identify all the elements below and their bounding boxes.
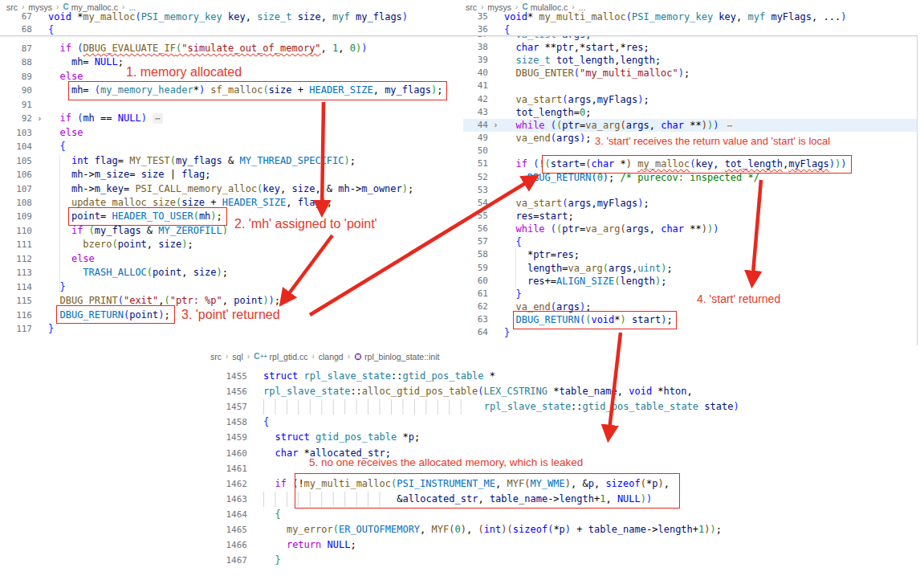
code-line-40[interactable]: 40 DBUG_ENTER("my_multi_malloc"); bbox=[463, 67, 918, 80]
line-number[interactable]: 113 bbox=[0, 266, 32, 280]
line-number[interactable]: 111 bbox=[0, 238, 32, 251]
line-number[interactable]: 55 bbox=[463, 210, 488, 223]
line-number[interactable]: 63 bbox=[463, 313, 488, 326]
line-number[interactable]: 42 bbox=[463, 93, 488, 106]
code-line-41[interactable]: 41 bbox=[463, 80, 918, 92]
line-number[interactable]: 58 bbox=[463, 248, 488, 261]
line-number[interactable]: 1465 bbox=[209, 522, 247, 537]
line-number[interactable]: 56 bbox=[463, 223, 488, 235]
line-number[interactable]: 112 bbox=[0, 252, 32, 266]
code-line-1459[interactable]: 1459 struct gtid_pos_table *p; bbox=[209, 430, 924, 445]
line-number[interactable]: 1466 bbox=[209, 537, 247, 553]
line-number[interactable]: 108 bbox=[0, 196, 32, 210]
breadcrumb-item[interactable]: C++rpl_gtid.cc bbox=[254, 352, 307, 362]
breadcrumb-item[interactable]: src bbox=[210, 352, 222, 362]
code-line-43[interactable]: 43 tot_length=0; bbox=[463, 106, 918, 119]
line-number[interactable]: 106 bbox=[0, 168, 32, 182]
code-line-1465[interactable]: 1465 my_error(ER_OUTOFMEMORY, MYF(0), (i… bbox=[209, 522, 924, 537]
line-number[interactable]: 107 bbox=[0, 182, 32, 196]
code-line-110[interactable]: 110 if (my_flags & MY_ZEROFILL) bbox=[0, 224, 463, 238]
code-line-117[interactable]: 117} bbox=[0, 322, 463, 336]
breadcrumb-item[interactable]: rpl_binlog_state::init bbox=[354, 352, 439, 362]
line-number[interactable]: 1456 bbox=[209, 384, 247, 399]
line-number[interactable]: 109 bbox=[0, 210, 32, 223]
line-number[interactable]: 105 bbox=[0, 154, 32, 168]
line-number[interactable]: 1463 bbox=[209, 492, 247, 507]
code-line-1456[interactable]: 1456rpl_slave_state::alloc_gtid_pos_tabl… bbox=[209, 384, 924, 399]
line-number[interactable]: 92 bbox=[0, 112, 32, 125]
line-number[interactable]: 103 bbox=[0, 126, 32, 140]
breadcrumb-item[interactable]: sql bbox=[232, 352, 242, 362]
code-line-61[interactable]: 61 } bbox=[463, 288, 918, 300]
line-number[interactable]: 1462 bbox=[209, 476, 247, 492]
code-line-1455[interactable]: 1455struct rpl_slave_state::gtid_pos_tab… bbox=[209, 369, 924, 384]
line-number[interactable]: 1455 bbox=[209, 369, 247, 384]
code-line-44[interactable]: 44› while ((ptr=va_arg(args, char **))) … bbox=[463, 119, 918, 132]
line-number[interactable]: 38 bbox=[463, 41, 488, 54]
code-line-104[interactable]: 104 { bbox=[0, 140, 463, 153]
code-line-36[interactable]: 36{ bbox=[463, 23, 918, 36]
code-line-107[interactable]: 107 mh->m_key= PSI_CALL_memory_alloc(key… bbox=[0, 182, 463, 196]
line-number[interactable]: 87 bbox=[0, 42, 32, 55]
line-number[interactable]: 40 bbox=[463, 67, 488, 80]
line-number[interactable]: 36 bbox=[463, 23, 488, 36]
code-line-35[interactable]: 35void* my_multi_malloc(PSI_memory_key k… bbox=[463, 10, 918, 23]
line-number[interactable]: 64 bbox=[463, 326, 488, 339]
line-number[interactable]: 1461 bbox=[209, 461, 247, 476]
line-number[interactable]: 110 bbox=[0, 224, 32, 238]
code-line-56[interactable]: 56 while ((ptr=va_arg(args, char **))) bbox=[463, 223, 918, 235]
line-number[interactable]: 89 bbox=[0, 70, 32, 84]
line-number[interactable]: 1467 bbox=[209, 553, 247, 568]
code-line-111[interactable]: 111 bzero(point, size); bbox=[0, 238, 463, 251]
code-line-53[interactable]: 53 bbox=[463, 184, 918, 197]
fold-chevron-icon[interactable]: › bbox=[37, 112, 43, 125]
code-line-1457[interactable]: 1457rpl_slave_state::gtid_pos_table_stat… bbox=[209, 399, 924, 415]
code-line-57[interactable]: 57 { bbox=[463, 235, 918, 248]
code-line-68[interactable]: 68{ bbox=[0, 23, 463, 36]
line-number[interactable]: 67 bbox=[0, 10, 32, 23]
line-number[interactable]: 35 bbox=[463, 10, 488, 23]
line-number[interactable]: 49 bbox=[463, 132, 488, 145]
code-line-1464[interactable]: 1464 { bbox=[209, 507, 924, 522]
line-number[interactable]: 1464 bbox=[209, 507, 247, 522]
code-line-106[interactable]: 106 mh->m_size= size | flag; bbox=[0, 168, 463, 182]
line-number[interactable]: 104 bbox=[0, 140, 32, 153]
code-line-114[interactable]: 114 } bbox=[0, 280, 463, 294]
code-line-105[interactable]: 105 int flag= MY_TEST(my_flags & MY_THRE… bbox=[0, 154, 463, 168]
line-number[interactable]: 116 bbox=[0, 308, 32, 322]
code-line-103[interactable]: 103 else bbox=[0, 126, 463, 140]
line-number[interactable]: 52 bbox=[463, 171, 488, 184]
code-line-55[interactable]: 55 res=start; bbox=[463, 210, 918, 223]
line-number[interactable]: 60 bbox=[463, 275, 488, 288]
line-number[interactable]: 114 bbox=[0, 280, 32, 294]
line-number[interactable]: 53 bbox=[463, 184, 488, 197]
code-line-67[interactable]: 67void *my_malloc(PSI_memory_key key, si… bbox=[0, 10, 463, 23]
code-line-38[interactable]: 38 char **ptr,*start,*res; bbox=[463, 41, 918, 54]
line-number[interactable]: 68 bbox=[0, 23, 32, 36]
line-number[interactable]: 59 bbox=[463, 262, 488, 275]
code-line-60[interactable]: 60 res+=ALIGN_SIZE(length); bbox=[463, 275, 918, 288]
line-number[interactable]: 50 bbox=[463, 145, 488, 157]
line-number[interactable]: 54 bbox=[463, 197, 488, 210]
code-line-54[interactable]: 54 va_start(args,myFlags); bbox=[463, 197, 918, 210]
code-line-1466[interactable]: 1466 return NULL; bbox=[209, 537, 924, 553]
line-number[interactable]: 91 bbox=[0, 98, 32, 112]
line-number[interactable]: 51 bbox=[463, 157, 488, 170]
code-line-112[interactable]: 112 else bbox=[0, 252, 463, 266]
code-line-39[interactable]: 39 size_t tot_length,length; bbox=[463, 54, 918, 67]
line-number[interactable]: 1460 bbox=[209, 446, 247, 461]
fold-chevron-icon[interactable]: › bbox=[493, 119, 499, 132]
line-number[interactable]: 1458 bbox=[209, 415, 247, 430]
line-number[interactable]: 44 bbox=[463, 119, 488, 132]
code-line-113[interactable]: 113 TRASH_ALLOC(point, size); bbox=[0, 266, 463, 280]
line-number[interactable]: 57 bbox=[463, 235, 488, 248]
code-line-92[interactable]: 92› if (mh == NULL) ⋯ bbox=[0, 112, 463, 125]
line-number[interactable]: 1457 bbox=[209, 399, 247, 415]
code-line-42[interactable]: 42 va_start(args,myFlags); bbox=[463, 93, 918, 106]
line-number[interactable]: 1459 bbox=[209, 430, 247, 445]
code-line-59[interactable]: 59 length=va_arg(args,uint); bbox=[463, 262, 918, 275]
line-number[interactable]: 117 bbox=[0, 322, 32, 336]
line-number[interactable]: 43 bbox=[463, 106, 488, 119]
line-number[interactable]: 115 bbox=[0, 294, 32, 308]
code-line-1458[interactable]: 1458{ bbox=[209, 415, 924, 430]
